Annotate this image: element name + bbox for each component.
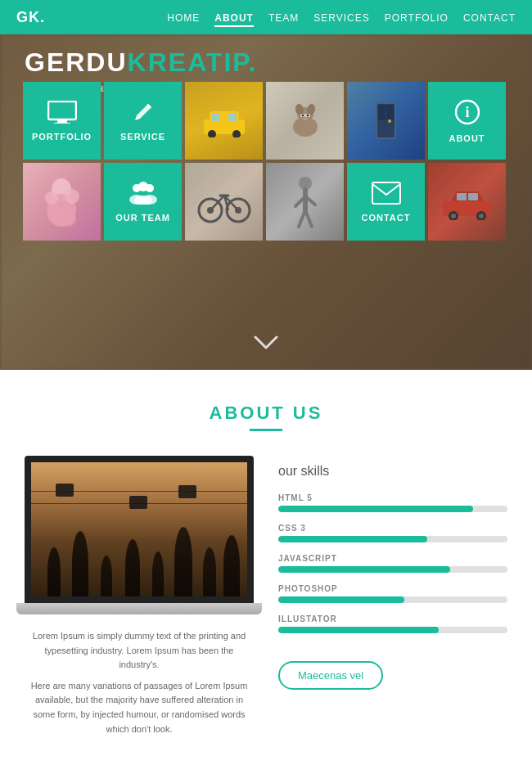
svg-point-30: [60, 210, 76, 227]
svg-point-33: [146, 184, 154, 192]
navbar: GK. HOME ABOUT TEAM SERVICES PORTFOLIO C…: [0, 0, 532, 34]
hero-content: GERDUKREATIP. Suspendisse mattis at libe…: [0, 34, 532, 370]
svg-point-22: [388, 119, 391, 123]
tile-photo-bike: [185, 163, 263, 241]
tile-photo-child: [266, 163, 344, 241]
svg-point-15: [301, 115, 304, 117]
hero-section: GERDUKREATIP. Suspendisse mattis at libe…: [0, 34, 532, 370]
about-left: Lorem Ipsum is simply dummy text of the …: [25, 456, 254, 743]
about-right: our skills HTML 5 CSS 3 JAVASCRIPT: [278, 456, 507, 743]
skill-css3-bar-fill: [278, 536, 427, 542]
svg-point-16: [306, 115, 309, 117]
pen-icon: [132, 101, 155, 127]
tile-photo-door: [347, 82, 425, 160]
svg-point-40: [235, 207, 241, 214]
skill-javascript-bar-bg: [278, 566, 507, 573]
tiles-grid: PORTFOLIO SERVICE: [23, 82, 506, 322]
brand-name-teal: KREATIP.: [128, 47, 258, 77]
about-text-2: Here are many variations of passages of …: [25, 679, 254, 736]
svg-rect-0: [48, 101, 76, 119]
scroll-arrow[interactable]: [254, 332, 278, 355]
tile-photo-dog: [266, 82, 344, 160]
svg-point-27: [45, 191, 58, 205]
tile-about[interactable]: i ABOUT: [428, 82, 506, 160]
skill-html5-bar-bg: [278, 506, 507, 512]
svg-rect-21: [386, 105, 394, 120]
skill-javascript: JAVASCRIPT: [278, 554, 507, 573]
tile-photo-taxi: [185, 82, 263, 160]
skill-illustrator-bar-bg: [278, 627, 507, 633]
team-icon: [127, 182, 160, 208]
nav-contact[interactable]: CONTACT: [463, 12, 516, 24]
laptop-screen-content: [31, 462, 247, 596]
svg-point-36: [142, 195, 157, 205]
skill-photoshop-label: PHOTOSHOP: [278, 584, 507, 593]
svg-text:i: i: [465, 104, 469, 120]
svg-rect-5: [212, 113, 220, 121]
tile-about-label: ABOUT: [449, 133, 485, 143]
tile-service[interactable]: SERVICE: [104, 82, 182, 160]
tile-portfolio-label: PORTFOLIO: [32, 132, 92, 142]
skills-title: our skills: [278, 464, 507, 479]
about-text-1: Lorem Ipsum is simply dummy text of the …: [25, 629, 254, 673]
tile-photo-car: [428, 163, 506, 241]
skill-html5: HTML 5: [278, 493, 507, 512]
about-title: ABOUT US: [25, 403, 507, 424]
skill-html5-label: HTML 5: [278, 493, 507, 502]
mail-icon: [372, 182, 401, 208]
skill-html5-bar-fill: [278, 506, 473, 512]
skill-javascript-label: JAVASCRIPT: [278, 554, 507, 563]
svg-rect-45: [468, 193, 478, 200]
nav-team[interactable]: TEAM: [268, 12, 299, 24]
tile-contact-label: CONTACT: [362, 213, 411, 223]
monitor-icon: [47, 101, 77, 127]
nav-services[interactable]: SERVICES: [313, 12, 369, 24]
skill-illustrator: ILLUSTATOR: [278, 614, 507, 633]
about-section: ABOUT US: [0, 370, 532, 765]
skill-css3-bar-bg: [278, 536, 507, 542]
svg-rect-1: [57, 119, 67, 123]
svg-point-48: [451, 214, 456, 218]
svg-rect-44: [457, 193, 467, 200]
cta-button[interactable]: Maecenas vel: [278, 661, 383, 690]
skill-photoshop-bar-bg: [278, 596, 507, 603]
svg-point-28: [65, 189, 79, 204]
brand-name: GERDUKREATIP.: [25, 49, 257, 75]
skill-illustrator-bar-fill: [278, 627, 439, 633]
about-divider: [250, 429, 282, 431]
skill-css3: CSS 3: [278, 524, 507, 542]
svg-point-49: [479, 214, 484, 218]
skill-css3-label: CSS 3: [278, 524, 507, 533]
svg-point-39: [207, 207, 214, 214]
tile-team-label: OUR TEAM: [115, 213, 170, 223]
svg-rect-42: [372, 182, 400, 204]
logo[interactable]: GK.: [16, 9, 45, 26]
info-icon: i: [454, 99, 480, 128]
svg-rect-2: [54, 123, 70, 124]
svg-point-17: [303, 117, 308, 120]
tile-contact[interactable]: CONTACT: [347, 163, 425, 241]
tile-portfolio[interactable]: PORTFOLIO: [23, 82, 101, 160]
tile-photo-pink: [23, 163, 101, 241]
laptop-screen: [25, 456, 254, 603]
skill-photoshop-bar-fill: [278, 596, 404, 603]
skill-illustrator-label: ILLUSTATOR: [278, 614, 507, 623]
laptop-visual: [25, 456, 254, 614]
tile-service-label: SERVICE: [120, 132, 165, 142]
brand-name-white: GERDU: [25, 47, 128, 77]
skill-photoshop: PHOTOSHOP: [278, 584, 507, 603]
svg-rect-20: [378, 105, 385, 120]
laptop-base: [16, 603, 262, 614]
svg-rect-6: [228, 113, 237, 121]
about-main: Lorem Ipsum is simply dummy text of the …: [25, 456, 507, 743]
nav-portfolio[interactable]: PORTFOLIO: [385, 12, 449, 24]
skill-javascript-bar-fill: [278, 566, 450, 573]
nav-links: HOME ABOUT TEAM SERVICES PORTFOLIO CONTA…: [167, 10, 516, 25]
about-text: Lorem Ipsum is simply dummy text of the …: [25, 629, 254, 736]
nav-about[interactable]: ABOUT: [214, 12, 254, 27]
tile-our-team[interactable]: OUR TEAM: [104, 163, 182, 241]
nav-home[interactable]: HOME: [167, 12, 200, 24]
